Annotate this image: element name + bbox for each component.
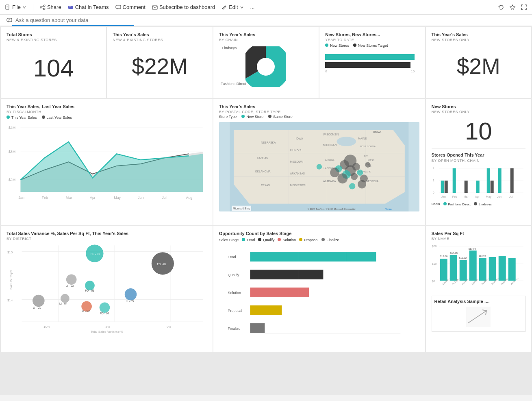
- svg-text:IOWA: IOWA: [296, 137, 303, 140]
- share-icon: [40, 4, 46, 10]
- svg-text:Mar: Mar: [66, 196, 72, 200]
- card-sales-sqft[interactable]: Sales Per Sq Ft BY NAME $20 $10 $0 $12.8…: [426, 226, 531, 352]
- svg-marker-13: [510, 5, 515, 10]
- svg-text:0: 0: [432, 191, 434, 194]
- svg-rect-174: [508, 258, 515, 281]
- chain-label-fashions: Fashions Direct: [221, 82, 246, 86]
- comment-icon: [115, 4, 121, 10]
- card-new-stores-only-sales[interactable]: This Year's Sales NEW STORES ONLY $2M: [426, 27, 531, 98]
- more-button[interactable]: ...: [250, 4, 255, 10]
- svg-text:FD - 02: FD - 02: [157, 263, 167, 266]
- svg-rect-95: [476, 181, 479, 193]
- new-only-title: This Year's Sales: [432, 32, 525, 37]
- svg-rect-143: [250, 252, 376, 262]
- retail-sample-card[interactable]: Retail Analysis Sample -...: [432, 296, 525, 331]
- new-stores-value: 10: [432, 117, 525, 145]
- card-sales-chain[interactable]: This Year's Sales BY CHAIN Lindseys Fash…: [213, 27, 319, 98]
- svg-point-77: [330, 168, 339, 177]
- svg-rect-171: [479, 258, 486, 281]
- svg-text:May: May: [114, 196, 121, 200]
- share-button[interactable]: Share: [40, 4, 61, 10]
- chat-in-teams-button[interactable]: T Chat in Teams: [68, 4, 109, 10]
- opportunity-title: Opportunity Count by Sales Stage: [219, 231, 419, 236]
- card-this-year-sales[interactable]: This Year's Sales NEW & EXISTING STORES …: [107, 27, 212, 98]
- scatter-svg: $15 $14 Sales Per Sq Ft -10% -5% 0% Tota…: [7, 241, 207, 334]
- chain-label-lindseys: Lindseys: [222, 46, 237, 50]
- svg-rect-173: [498, 256, 506, 281]
- svg-text:$13.08: $13.08: [478, 255, 486, 257]
- svg-text:LI - 01: LI - 01: [33, 307, 41, 309]
- svg-text:MISSISSIPPI: MISSISSIPPI: [290, 184, 306, 187]
- card-map[interactable]: This Year's Sales BY POSTAL CODE, STORE …: [213, 99, 425, 225]
- retail-sample-thumb: [434, 305, 523, 329]
- svg-text:Jan: Jan: [441, 195, 445, 198]
- fullscreen-icon[interactable]: [521, 4, 527, 11]
- svg-text:NOVA SCOTIA: NOVA SCOTIA: [360, 145, 376, 148]
- svg-text:GEORGIA: GEORGIA: [366, 180, 379, 183]
- card-scatter[interactable]: Total Sales Variance %, Sales Per Sq Ft,…: [1, 226, 213, 352]
- card-total-stores[interactable]: Total Stores NEW & EXISTING STORES 104: [1, 27, 106, 98]
- edit-button[interactable]: Edit: [221, 4, 243, 10]
- svg-line-7: [42, 8, 43, 9]
- svg-rect-146: [250, 305, 282, 315]
- svg-text:MICHIGAN: MICHIGAN: [323, 144, 337, 147]
- svg-text:Lead: Lead: [228, 255, 236, 259]
- svg-point-73: [357, 170, 363, 176]
- svg-text:ALABAMA: ALABAMA: [323, 180, 336, 183]
- map-visual[interactable]: NEBRASKA KANSAS OKLAHOMA TEXAS IOWA ILLI…: [219, 122, 419, 211]
- svg-text:OKLAHOMA: OKLAHOMA: [255, 170, 270, 173]
- card-opportunity[interactable]: Opportunity Count by Sales Stage Sales S…: [213, 226, 425, 352]
- teams-icon: T: [68, 4, 74, 10]
- svg-text:0%: 0%: [167, 325, 171, 329]
- svg-point-4: [40, 7, 42, 8]
- line-chart-title: This Year Sales, Last Year Sales: [7, 104, 207, 109]
- line-chart-legend: This Year Sales Last Year Sales: [7, 116, 207, 120]
- svg-text:Terms: Terms: [385, 208, 392, 210]
- svg-text:$12.86: $12.86: [440, 255, 447, 257]
- top-bar-right: [498, 4, 527, 11]
- qa-bar[interactable]: ?: [0, 15, 532, 26]
- svg-text:$3M: $3M: [9, 150, 15, 154]
- card-new-stores-ytd[interactable]: New Stores, New Stores... YEAR TO DATE N…: [319, 27, 425, 98]
- svg-rect-145: [250, 288, 309, 297]
- stores-opened-chart: 2 1 0: [432, 164, 525, 202]
- total-stores-title: Total Stores: [7, 32, 100, 37]
- svg-text:$0: $0: [432, 280, 435, 283]
- svg-point-71: [351, 173, 358, 180]
- comment-button[interactable]: Comment: [115, 4, 145, 10]
- svg-marker-26: [20, 142, 202, 192]
- map-subtitle: BY POSTAL CODE, STORE TYPE: [219, 110, 419, 114]
- top-bar: File Share T Chat in Teams Comment Subsc…: [0, 0, 532, 15]
- qa-input[interactable]: [15, 17, 137, 23]
- svg-text:Ottawa: Ottawa: [373, 131, 381, 133]
- svg-rect-92: [444, 181, 447, 193]
- svg-text:Feb: Feb: [452, 195, 457, 198]
- qa-icon: ?: [7, 17, 12, 23]
- subscribe-button[interactable]: Subscribe to dashboard: [152, 4, 215, 10]
- card-new-stores-right[interactable]: New Stores NEW STORES ONLY 10 Stores Ope…: [426, 99, 531, 225]
- file-menu[interactable]: File: [5, 4, 26, 10]
- svg-text:$14: $14: [7, 299, 13, 303]
- svg-point-132: [66, 275, 77, 285]
- ytd-axis: 0 10: [325, 70, 415, 73]
- star-icon[interactable]: [509, 4, 516, 11]
- svg-text:NEBRASKA: NEBRASKA: [261, 141, 276, 144]
- trend-icon: [466, 307, 491, 327]
- svg-point-136: [125, 288, 137, 301]
- stores-opened-subtitle: BY OPEN MONTH, CHAIN: [432, 159, 525, 163]
- line-chart-svg: $4M $3M $2M Jan Feb Mar Apr May Jun: [7, 121, 207, 203]
- new-only-subtitle: NEW STORES ONLY: [432, 38, 525, 42]
- svg-rect-94: [464, 181, 467, 193]
- svg-text:Proposal: Proposal: [228, 309, 242, 313]
- svg-text:Jun: Jun: [138, 196, 143, 200]
- sales-sqft-svg: $20 $10 $0 $12.86 $14.75 $10.92 $17.92 $…: [432, 242, 525, 291]
- svg-text:FD - 03: FD - 03: [85, 289, 94, 292]
- card-line-chart[interactable]: This Year Sales, Last Year Sales BY FISC…: [1, 99, 213, 225]
- svg-text:$15: $15: [7, 251, 13, 255]
- svg-text:Finalize: Finalize: [228, 327, 240, 331]
- svg-text:WISCONSIN: WISCONSIN: [323, 133, 339, 136]
- svg-point-3: [43, 5, 45, 7]
- refresh-icon[interactable]: [498, 4, 504, 11]
- svg-point-79: [349, 183, 355, 189]
- file-icon: [5, 4, 11, 10]
